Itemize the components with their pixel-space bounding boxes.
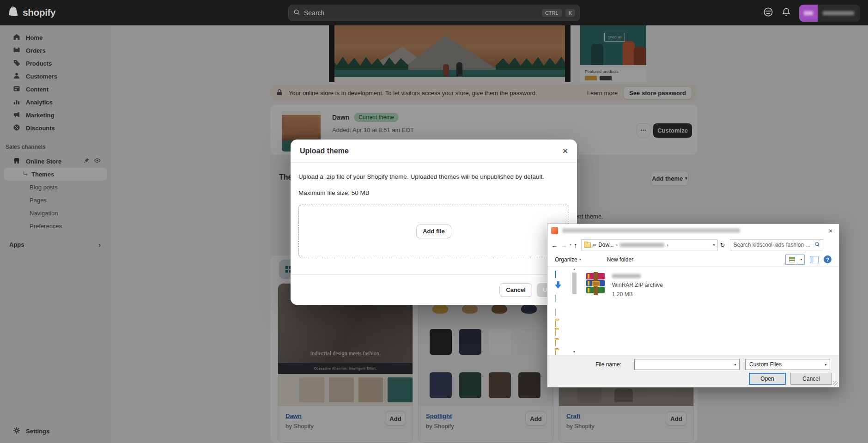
preview-pane-icon[interactable]	[810, 256, 819, 263]
shopify-bag-icon	[8, 6, 19, 19]
file-name-redacted	[612, 274, 641, 278]
search-icon	[293, 9, 300, 18]
folder-icon[interactable]	[555, 340, 556, 346]
modal-title: Upload theme	[300, 147, 349, 155]
organize-button[interactable]: Organize ▾	[555, 256, 581, 263]
new-folder-button[interactable]: New folder	[607, 256, 633, 263]
notifications-bell-icon[interactable]	[782, 7, 791, 18]
breadcrumb-prefix: «	[593, 242, 596, 248]
desktop-icon[interactable]	[555, 271, 556, 278]
folder-icon[interactable]	[555, 320, 556, 327]
sidekick-icon[interactable]	[763, 7, 773, 19]
chevron-right-icon: ›	[667, 242, 668, 248]
chevron-right-icon: ›	[616, 242, 618, 248]
search-icon	[814, 242, 820, 249]
file-dropzone[interactable]: Add file	[298, 205, 569, 258]
refresh-icon[interactable]: ↻	[720, 242, 725, 248]
add-file-button[interactable]: Add file	[416, 225, 451, 238]
explorer-search-box[interactable]	[730, 239, 823, 250]
dialog-titlebar[interactable]: ×	[547, 224, 839, 237]
caret-down-icon: ▾	[822, 363, 830, 367]
resize-grip[interactable]	[833, 381, 838, 386]
scrollbar-thumb[interactable]	[572, 273, 577, 294]
caret-down-icon[interactable]: ▾	[731, 363, 739, 367]
avatar	[799, 5, 818, 22]
forward-icon: →	[560, 242, 567, 249]
shopify-logo[interactable]: shopify	[8, 6, 55, 19]
view-mode-caret-icon[interactable]: ▾	[798, 255, 804, 264]
list-view-icon	[789, 257, 795, 262]
file-type-filter-value: Custom Files	[749, 361, 822, 368]
documents-icon[interactable]	[555, 295, 556, 302]
caret-down-icon: ▾	[579, 257, 581, 261]
address-bar[interactable]: « Dow... › › ▾	[581, 239, 718, 250]
scroll-down-icon[interactable]: ▼	[573, 350, 576, 353]
modal-max-size: Maximum file size: 50 MB	[298, 189, 569, 197]
modal-cancel-button[interactable]: Cancel	[499, 283, 532, 297]
close-icon[interactable]: ×	[563, 146, 568, 155]
windows-open-dialog: × ← → ▾ ↑ « Dow... › › ▾ ↻ Organize ▾ Ne…	[547, 224, 839, 388]
shortcut-ctrl-key: CTRL	[542, 9, 562, 17]
store-name-redacted	[818, 5, 860, 22]
account-menu[interactable]	[799, 5, 860, 22]
file-item-zip[interactable]: WinRAR ZIP archive 1.20 MB	[585, 272, 663, 297]
close-icon[interactable]: ×	[822, 224, 839, 237]
explorer-search-input[interactable]	[733, 242, 814, 248]
file-type-filter[interactable]: Custom Files ▾	[745, 359, 830, 370]
dialog-app-icon	[551, 227, 558, 234]
dialog-title-redacted	[562, 228, 740, 233]
winrar-archive-icon	[585, 272, 606, 295]
tree-scrollbar[interactable]: ▲ ▼	[571, 267, 577, 353]
file-type: WinRAR ZIP archive	[612, 282, 663, 288]
open-button[interactable]: Open	[749, 373, 786, 385]
global-search[interactable]: CTRL K	[288, 5, 580, 21]
modal-description: Upload a .zip file of your Shopify theme…	[298, 173, 569, 181]
file-name-combo[interactable]: ▾	[634, 359, 740, 370]
up-icon[interactable]: ↑	[574, 242, 577, 249]
organize-label: Organize	[555, 256, 577, 263]
file-size: 1.20 MB	[612, 291, 663, 297]
address-dropdown-caret-icon[interactable]: ▾	[713, 243, 715, 247]
folder-icon[interactable]	[555, 329, 556, 336]
shortcut-k-key: K	[565, 9, 575, 17]
breadcrumb-downloads[interactable]: Dow...	[598, 242, 613, 248]
file-name-label: File name:	[595, 361, 621, 368]
file-name-input[interactable]	[635, 359, 731, 370]
upload-theme-modal: Upload theme × Upload a .zip file of you…	[291, 140, 577, 305]
scroll-up-icon[interactable]: ▲	[573, 267, 576, 271]
dialog-cancel-button[interactable]: Cancel	[790, 373, 832, 385]
folder-icon	[584, 243, 591, 248]
topbar: shopify CTRL K	[0, 0, 868, 25]
view-mode-button[interactable]: ▾	[785, 255, 805, 265]
shopify-logo-text: shopify	[23, 7, 55, 18]
pictures-icon[interactable]	[555, 309, 556, 316]
recent-locations-caret-icon[interactable]: ▾	[570, 243, 571, 247]
back-icon[interactable]: ←	[551, 242, 558, 249]
breadcrumb-folder-redacted[interactable]	[620, 243, 664, 247]
search-input[interactable]	[304, 9, 538, 17]
help-icon[interactable]: ?	[824, 255, 832, 263]
